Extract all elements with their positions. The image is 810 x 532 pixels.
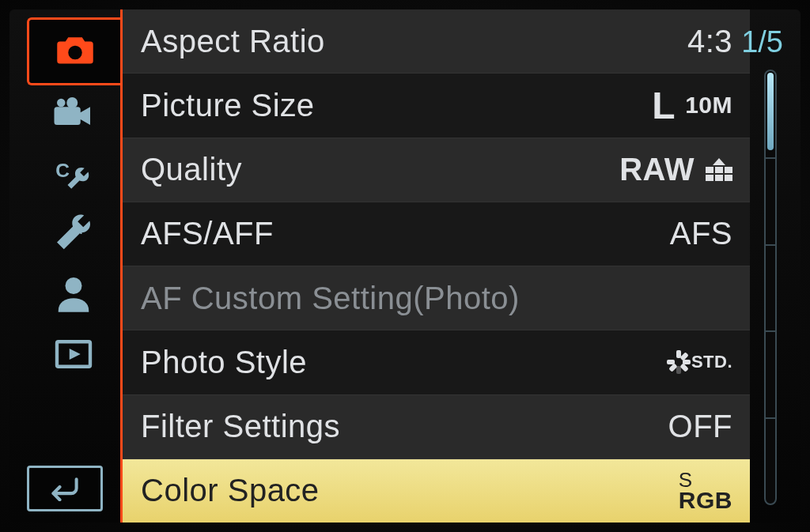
row-quality[interactable]: Quality RAW xyxy=(120,138,750,202)
back-button[interactable] xyxy=(27,466,103,511)
tab-playback[interactable] xyxy=(27,326,120,386)
svg-point-1 xyxy=(66,97,78,108)
row-label: Picture Size xyxy=(141,88,314,123)
svg-point-3 xyxy=(66,277,82,294)
person-icon xyxy=(51,272,96,319)
scrollbar[interactable] xyxy=(764,70,777,505)
row-picture-size[interactable]: Picture Size L 10M xyxy=(120,74,750,138)
camera-menu-screen: 1/5 C xyxy=(9,9,801,523)
tab-setup[interactable] xyxy=(27,206,120,266)
active-tab-border xyxy=(120,9,123,523)
quality-fine-icon xyxy=(706,158,732,181)
photo-style-std-icon: STD. xyxy=(664,350,732,374)
row-label: Color Space xyxy=(141,473,320,508)
row-value: S RGB xyxy=(679,471,732,511)
camera-icon xyxy=(53,28,97,75)
row-photo-style[interactable]: Photo Style STD. xyxy=(120,330,750,394)
row-value: RAW xyxy=(619,152,732,187)
tab-my-menu[interactable] xyxy=(27,266,120,326)
tab-custom[interactable]: C xyxy=(27,145,120,206)
sidebar-tabs: C xyxy=(9,9,120,523)
custom-wrench-icon: C xyxy=(51,152,96,199)
playback-icon xyxy=(51,332,96,379)
wrench-icon xyxy=(51,212,96,259)
row-filter-settings[interactable]: Filter Settings OFF xyxy=(120,395,750,459)
row-label: AFS/AFF xyxy=(141,216,274,251)
row-label: Aspect Ratio xyxy=(141,24,325,59)
tab-rec-photo[interactable] xyxy=(27,17,120,85)
scrollbar-thumb[interactable] xyxy=(767,73,774,150)
svg-text:C: C xyxy=(55,160,70,181)
row-label: Quality xyxy=(141,152,242,187)
row-value: L 10M xyxy=(652,84,732,127)
row-color-space[interactable]: Color Space S RGB xyxy=(120,459,750,523)
page-indicator: 1/5 xyxy=(741,25,783,59)
back-arrow-icon xyxy=(44,473,85,504)
row-value: AFS xyxy=(670,216,732,251)
row-af-custom: AF Custom Setting(Photo) xyxy=(120,266,750,330)
row-afs-aff[interactable]: AFS/AFF AFS xyxy=(120,202,750,266)
row-aspect-ratio[interactable]: Aspect Ratio 4:3 xyxy=(120,9,750,74)
row-label: Filter Settings xyxy=(141,409,340,444)
svg-point-0 xyxy=(57,99,66,108)
row-value: 4:3 xyxy=(687,24,732,59)
row-value: STD. xyxy=(664,350,732,374)
row-label: Photo Style xyxy=(141,345,307,380)
row-value: OFF xyxy=(668,409,732,444)
video-icon xyxy=(51,92,96,139)
menu-list: Aspect Ratio 4:3 Picture Size L 10M Qual… xyxy=(120,9,750,523)
tab-rec-video[interactable] xyxy=(27,85,120,145)
row-label: AF Custom Setting(Photo) xyxy=(141,281,520,316)
